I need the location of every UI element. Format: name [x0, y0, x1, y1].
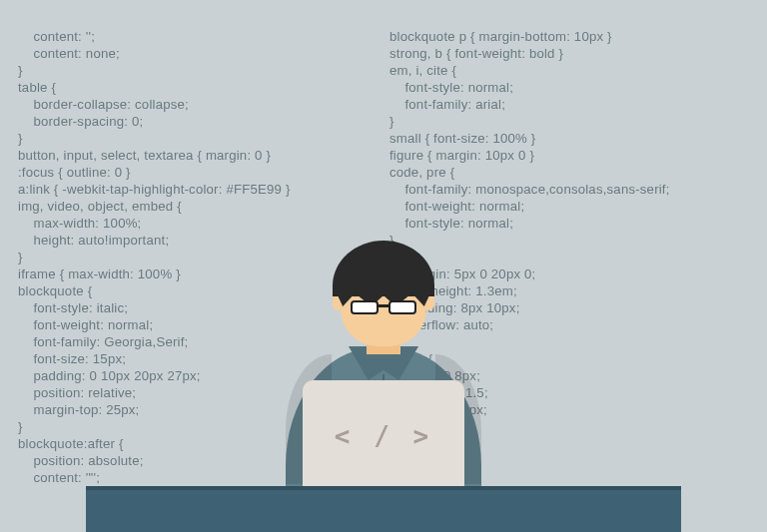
code-line: small { font-size: 100% }: [389, 130, 749, 147]
code-line: }: [18, 249, 389, 266]
code-line: border-spacing: 0;: [18, 113, 389, 130]
code-line: font-family: Georgia,Serif;: [18, 333, 389, 350]
code-line: strong, b { font-weight: bold }: [389, 45, 749, 62]
code-line: border-collapse: collapse;: [18, 96, 389, 113]
code-line: code, pre {: [389, 164, 749, 181]
code-line: line-height: 1.3em;: [389, 282, 749, 299]
code-line: button, input, select, textarea { margin…: [18, 147, 389, 164]
code-line: font-weight: normal;: [18, 316, 389, 333]
glasses-icon: [351, 300, 416, 316]
code-line: }: [18, 130, 389, 147]
code-line: blockquote p { margin-bottom: 10px }: [389, 28, 749, 45]
code-line: img, video, object, embed {: [18, 198, 389, 215]
code-line: content: '';: [18, 28, 389, 45]
code-line: font-family: monospace,consolas,sans-ser…: [389, 181, 749, 198]
code-line: pre {: [389, 249, 749, 266]
laptop: < / >: [303, 380, 464, 492]
code-line: figure { margin: 10px 0 }: [389, 147, 749, 164]
code-line: em, i, cite {: [389, 62, 749, 79]
code-line: font-style: normal;: [389, 215, 749, 232]
code-line: content: none;: [18, 45, 389, 62]
code-line: :focus { outline: 0 }: [18, 164, 389, 181]
code-line: }: [389, 113, 749, 130]
code-line: }: [389, 333, 749, 350]
code-line: padding: 8px 10px;: [389, 299, 749, 316]
code-line: a:link { -webkit-tap-highlight-color: #F…: [18, 181, 389, 198]
programmer-head: [341, 251, 426, 346]
code-line: }: [18, 62, 389, 79]
code-line: font-weight: normal;: [389, 198, 749, 215]
code-line: table {: [18, 79, 389, 96]
code-line: overflow: auto;: [389, 316, 749, 333]
code-line: font-style: normal;: [389, 79, 749, 96]
code-line: margin: 5px 0 20px 0;: [389, 266, 749, 282]
code-line: }: [389, 232, 749, 249]
code-line: height: auto!important;: [18, 232, 389, 249]
code-line: max-width: 100%;: [18, 215, 389, 232]
code-line: font-family: arial;: [389, 96, 749, 113]
desk: [86, 490, 681, 532]
code-icon: < / >: [335, 421, 432, 451]
